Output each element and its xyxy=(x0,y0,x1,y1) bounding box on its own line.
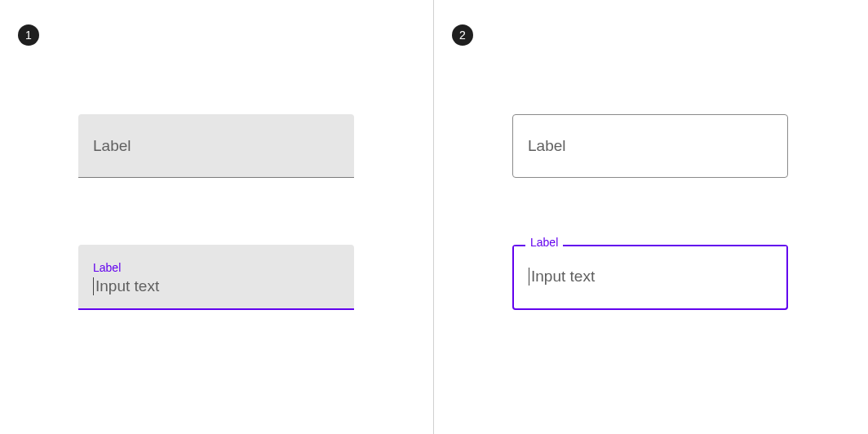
outlined-focused-value: Input text xyxy=(531,268,595,286)
filled-text-field-idle[interactable]: Label xyxy=(78,114,354,178)
panel-badge-2: 2 xyxy=(452,24,473,46)
text-caret-icon xyxy=(529,268,529,286)
notch-border-right xyxy=(563,245,786,246)
outlined-fields: Label Label Input text xyxy=(512,114,788,310)
filled-idle-label: Label xyxy=(93,137,131,155)
outlined-idle-label: Label xyxy=(528,137,566,155)
text-caret-icon xyxy=(93,277,94,295)
panel-outlined: 2 Label Label Input text xyxy=(434,0,868,434)
filled-focused-value-row: Input text xyxy=(93,277,339,295)
outlined-notch: Label xyxy=(514,245,786,246)
panel-filled: 1 Label Label Input text xyxy=(0,0,434,434)
outlined-text-field-focused[interactable]: Label Input text xyxy=(512,245,788,310)
filled-focused-value: Input text xyxy=(95,277,159,295)
notch-border-left xyxy=(514,245,525,246)
outlined-focused-label: Label xyxy=(525,237,563,238)
filled-text-field-focused[interactable]: Label Input text xyxy=(78,245,354,310)
filled-fields: Label Label Input text xyxy=(78,114,354,310)
filled-focused-label: Label xyxy=(93,261,339,274)
panel-badge-1: 1 xyxy=(18,24,39,46)
outlined-text-field-idle[interactable]: Label xyxy=(512,114,788,178)
